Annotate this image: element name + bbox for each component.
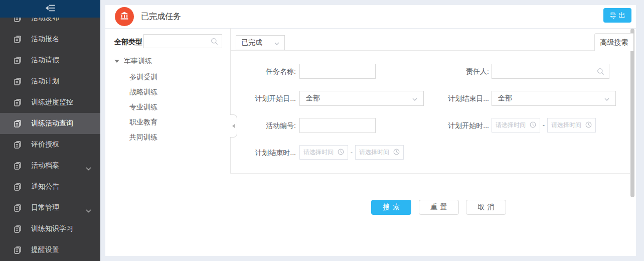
plan-end-time-to-picker[interactable]: 请选择时间 bbox=[355, 145, 404, 160]
reset-button[interactable]: 重置 bbox=[419, 200, 459, 215]
sidebar-item-label: 活动报名 bbox=[31, 35, 59, 44]
sidebar-item-notice[interactable]: 通知公告 bbox=[0, 176, 100, 197]
document-icon bbox=[13, 245, 22, 254]
sidebar-item-activity-archive[interactable]: 活动档案 bbox=[0, 155, 100, 176]
chevron-down-icon bbox=[86, 206, 91, 210]
document-icon bbox=[13, 224, 22, 233]
caret-down-icon bbox=[114, 60, 119, 63]
clock-icon bbox=[393, 149, 400, 157]
activity-no-field bbox=[299, 118, 376, 133]
bank-icon bbox=[119, 11, 129, 23]
select-value: 全部 bbox=[306, 94, 320, 103]
sidebar-item-label: 活动计划 bbox=[31, 77, 59, 86]
tree-search-input[interactable] bbox=[147, 35, 210, 48]
tree-leaf-strategic-training[interactable]: 战略训练 bbox=[129, 88, 157, 97]
sidebar-item-label: 训练进度监控 bbox=[31, 98, 73, 107]
sidebar-item-training-knowledge[interactable]: 训练知识学习 bbox=[0, 218, 100, 239]
document-icon bbox=[13, 182, 22, 191]
owner-field bbox=[492, 64, 609, 79]
plan-start-time-from-picker[interactable]: 请选择时间 bbox=[492, 118, 540, 133]
page-title: 已完成任务 bbox=[141, 12, 181, 22]
task-name-label: 任务名称: bbox=[231, 64, 296, 79]
document-icon bbox=[13, 140, 22, 149]
document-icon bbox=[13, 56, 22, 65]
search-icon bbox=[597, 68, 604, 75]
chevron-down-icon bbox=[412, 94, 417, 102]
chevron-down-icon bbox=[274, 39, 279, 47]
sidebar-header bbox=[0, 0, 100, 18]
type-filter-label: 全部类型 bbox=[114, 38, 142, 47]
tree-search-box bbox=[143, 34, 222, 48]
document-icon bbox=[13, 35, 22, 44]
tree-leaf-vocational-education[interactable]: 职业教育 bbox=[129, 118, 157, 127]
search-button[interactable]: 搜索 bbox=[371, 200, 411, 215]
clock-icon bbox=[530, 121, 536, 129]
app-root: 活动发布 活动报名 活动请假 活动计划 训练进度监控 训练活动查询 bbox=[0, 0, 644, 261]
sidebar-item-label: 活动档案 bbox=[31, 161, 59, 170]
clock-icon bbox=[585, 121, 592, 129]
sidebar-item-activity-signup[interactable]: 活动报名 bbox=[0, 29, 100, 50]
sidebar-item-training-activity-query[interactable]: 训练活动查询 bbox=[0, 113, 100, 134]
vertical-scrollbar-thumb[interactable] bbox=[630, 29, 634, 197]
select-value: 全部 bbox=[498, 94, 512, 103]
chevron-down-icon bbox=[604, 94, 609, 102]
document-icon bbox=[13, 161, 22, 170]
plan-end-date-select[interactable]: 全部 bbox=[492, 91, 616, 106]
panel-bottom-border bbox=[230, 173, 630, 174]
document-icon bbox=[13, 77, 22, 86]
plan-start-time-label: 计划开始时... bbox=[424, 118, 489, 133]
task-name-input[interactable] bbox=[304, 65, 373, 78]
time-range-separator: - bbox=[540, 118, 547, 133]
sidebar-item-label: 训练知识学习 bbox=[31, 224, 73, 233]
header-divider bbox=[105, 28, 636, 29]
document-icon bbox=[13, 98, 22, 107]
time-range-separator: - bbox=[348, 145, 355, 160]
tree-leaf-professional-training[interactable]: 专业训练 bbox=[129, 103, 157, 112]
status-select-value: 已完成 bbox=[241, 38, 262, 47]
task-name-field bbox=[299, 64, 376, 79]
plan-start-time-to-picker[interactable]: 请选择时间 bbox=[547, 118, 596, 133]
panel-collapse-handle[interactable] bbox=[230, 114, 237, 138]
tree-leaf-participate-training[interactable]: 参训受训 bbox=[129, 73, 157, 82]
sidebar-item-label: 日常管理 bbox=[31, 203, 59, 212]
sidebar-item-activity-leave[interactable]: 活动请假 bbox=[0, 50, 100, 71]
tree-leaf-joint-training[interactable]: 共同训练 bbox=[129, 133, 157, 142]
status-select[interactable]: 已完成 bbox=[236, 35, 285, 50]
tab-advanced-search[interactable]: 高级搜索 bbox=[594, 33, 633, 51]
sidebar: 活动发布 活动报名 活动请假 活动计划 训练进度监控 训练活动查询 bbox=[0, 0, 100, 261]
owner-label: 责任人: bbox=[424, 64, 489, 79]
search-icon bbox=[211, 38, 218, 45]
activity-no-input[interactable] bbox=[304, 119, 373, 133]
sidebar-item-evaluation-auth[interactable]: 评价授权 bbox=[0, 134, 100, 155]
sidebar-nav: 活动发布 活动报名 活动请假 活动计划 训练进度监控 训练活动查询 bbox=[0, 8, 100, 260]
document-icon bbox=[13, 203, 22, 212]
cancel-button[interactable]: 取消 bbox=[466, 200, 506, 215]
sidebar-item-label: 提醒设置 bbox=[31, 245, 59, 254]
sidebar-item-label: 活动请假 bbox=[31, 56, 59, 65]
sidebar-item-activity-plan[interactable]: 活动计划 bbox=[0, 71, 100, 92]
tree-node-label: 军事训练 bbox=[124, 57, 152, 66]
plan-start-date-select[interactable]: 全部 bbox=[299, 91, 424, 106]
sidebar-item-label: 通知公告 bbox=[31, 182, 59, 191]
plan-end-time-label: 计划结束时... bbox=[231, 145, 296, 160]
document-icon bbox=[13, 119, 22, 128]
tree-node-military-training[interactable]: 军事训练 bbox=[114, 57, 152, 66]
sidebar-item-reminder-settings[interactable]: 提醒设置 bbox=[0, 239, 100, 260]
chevron-down-icon bbox=[86, 164, 91, 168]
owner-input[interactable] bbox=[496, 65, 607, 78]
menu-fold-icon[interactable] bbox=[45, 4, 56, 14]
arrow-left-icon bbox=[232, 124, 235, 128]
panel-top-border bbox=[231, 50, 594, 51]
sidebar-item-label: 训练活动查询 bbox=[31, 119, 73, 128]
sidebar-item-label: 评价授权 bbox=[31, 140, 59, 149]
clock-icon bbox=[338, 149, 344, 157]
plan-end-date-label: 计划结束日... bbox=[424, 91, 489, 106]
page-title-icon bbox=[115, 7, 134, 26]
plan-start-date-label: 计划开始日... bbox=[231, 91, 296, 106]
sidebar-item-daily-management[interactable]: 日常管理 bbox=[0, 197, 100, 218]
sidebar-item-training-progress[interactable]: 训练进度监控 bbox=[0, 92, 100, 113]
activity-no-label: 活动编号: bbox=[231, 118, 296, 133]
plan-end-time-from-picker[interactable]: 请选择时间 bbox=[299, 145, 348, 160]
export-button[interactable]: 导出 bbox=[603, 8, 631, 23]
